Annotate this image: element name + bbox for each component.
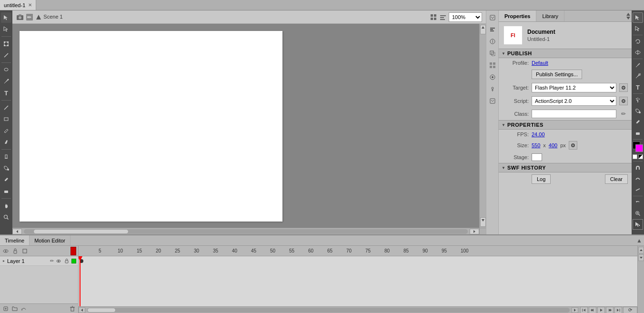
3d-rotate-button[interactable] [633, 47, 643, 58]
frames-scrollbar-h[interactable]: ⟳ [79, 306, 637, 313]
arrow-tool-button[interactable] [633, 12, 643, 23]
swap-colors-button[interactable] [638, 154, 643, 159]
step-back-button[interactable] [589, 307, 596, 313]
frame-outline-icon[interactable] [21, 247, 29, 255]
swf-history-section-header[interactable]: ▼ SWF HISTORY [499, 163, 632, 172]
zoom-tool-button[interactable] [1, 212, 11, 222]
h-scroll-track[interactable] [24, 229, 468, 234]
go-to-end-button[interactable] [614, 307, 622, 313]
zoom-in-button[interactable] [633, 208, 643, 219]
spray-brush-button[interactable] [633, 95, 643, 105]
panel-scroll-control[interactable] [625, 11, 632, 21]
movie-clip-button[interactable] [487, 72, 498, 82]
frames-scroll-track[interactable] [87, 308, 570, 313]
paint-rtool-button[interactable] [633, 106, 643, 116]
play-button[interactable] [597, 307, 605, 313]
tab-close-button[interactable]: ✕ [28, 2, 32, 8]
tl-scroll-down[interactable] [638, 254, 644, 261]
layer-pencil-icon[interactable]: ✏ [50, 258, 54, 263]
tab-motion-editor[interactable]: Motion Editor [30, 235, 70, 245]
properties-section-header[interactable]: ▼ PROPERTIES [499, 120, 632, 130]
tab-properties[interactable]: Properties [499, 10, 536, 21]
lasso-tool-button[interactable] [1, 65, 11, 75]
size-gear-button[interactable]: ⚙ [569, 141, 577, 150]
eyedropper-rtool-button[interactable] [633, 117, 643, 127]
eye-icon[interactable] [2, 247, 10, 255]
canvas-scrollbar-v[interactable] [479, 24, 486, 228]
pen-tool-button[interactable] [1, 76, 11, 87]
anchor-tool-button[interactable] [633, 71, 643, 81]
fill-color-swatch[interactable] [635, 144, 643, 152]
rotate-tool-button[interactable] [633, 36, 643, 47]
motion-presets-button[interactable] [487, 12, 498, 23]
resize-corner[interactable] [479, 228, 486, 235]
reset-colors-button[interactable] [633, 154, 637, 159]
eyedropper-button[interactable] [1, 174, 11, 185]
publish-section-header[interactable]: ▼ PUBLISH [499, 49, 632, 58]
pen-rtool-button[interactable] [633, 60, 643, 71]
playhead[interactable] [80, 256, 80, 306]
clear-button[interactable]: Clear [605, 174, 628, 184]
layer-visibility-icon[interactable] [55, 258, 62, 264]
add-motion-guide-button[interactable] [20, 305, 28, 313]
brush-tool-button[interactable] [1, 137, 11, 147]
class-input[interactable] [532, 110, 616, 118]
playhead-indicator[interactable] [70, 247, 76, 255]
h-scroll-thumb[interactable] [33, 229, 129, 234]
straighten-button[interactable] [633, 184, 643, 195]
loop-button[interactable]: ⟳ [623, 307, 637, 313]
layer-lock-icon[interactable] [63, 258, 70, 264]
size-height[interactable]: 400 [549, 142, 557, 148]
script-select[interactable]: ActionScript 2.0 [532, 96, 616, 106]
canvas-scrollbar-h[interactable] [12, 228, 486, 234]
smooth-button[interactable] [633, 173, 643, 184]
script-gear-button[interactable]: ⚙ [619, 97, 628, 105]
step-forward-button[interactable] [606, 307, 614, 313]
target-gear-button[interactable]: ⚙ [619, 83, 628, 92]
size-width[interactable]: 550 [532, 142, 540, 148]
target-select[interactable]: Flash Player 11.2 [532, 83, 616, 92]
select-tool-button[interactable] [1, 12, 11, 23]
align-icon[interactable] [439, 13, 447, 21]
undo-button[interactable] [633, 197, 643, 208]
text-rtool-button[interactable]: T [633, 82, 643, 92]
stage-canvas[interactable] [20, 31, 282, 222]
free-transform-button[interactable] [1, 39, 11, 49]
timeline-collapse-button[interactable]: ▲ [636, 237, 642, 244]
subselect-tool-button[interactable] [1, 24, 11, 34]
fps-value[interactable]: 24.00 [532, 131, 545, 137]
paint-bucket-button[interactable] [1, 163, 11, 173]
frames-scroll-left[interactable] [79, 307, 85, 313]
rect-tool-button[interactable] [1, 114, 11, 124]
class-edit-button[interactable]: ✏ [619, 110, 628, 118]
tl-scroll-up[interactable] [638, 247, 644, 253]
go-to-start-button[interactable] [580, 307, 588, 313]
frames-scroll-right[interactable] [572, 307, 578, 313]
add-layer-button[interactable] [2, 305, 10, 313]
eraser-rtool-button[interactable] [633, 128, 643, 138]
log-button[interactable]: Log [532, 174, 551, 184]
layer-1-name[interactable]: Layer 1 [7, 258, 49, 264]
gradient-tool-button[interactable] [1, 50, 11, 61]
tab-timeline[interactable]: Timeline [0, 235, 30, 245]
layer-1-row[interactable]: Layer 1 ✏ [0, 256, 78, 266]
tab-library[interactable]: Library [536, 10, 564, 21]
transform-panel-button[interactable] [487, 48, 498, 59]
stage-wrapper[interactable] [12, 24, 479, 228]
zoom-select[interactable]: 100% 50% 200% Fit in Window [449, 12, 482, 22]
frames-track[interactable] [79, 256, 637, 306]
scroll-up-button[interactable] [480, 25, 486, 34]
delete-layer-button[interactable] [69, 305, 76, 313]
lock-icon[interactable] [11, 247, 19, 255]
snap-magnet-button[interactable] [633, 162, 643, 173]
components-panel-button[interactable] [487, 60, 498, 71]
pencil-tool-button[interactable] [1, 125, 11, 136]
scroll-left-button[interactable] [12, 229, 22, 234]
align-panel-button[interactable] [487, 24, 498, 35]
text-tool-button[interactable]: T [1, 88, 11, 98]
add-folder-button[interactable] [11, 305, 19, 313]
eraser-button[interactable] [1, 186, 11, 196]
subselection-arrow-button[interactable] [633, 23, 643, 34]
line-tool-button[interactable] [1, 102, 11, 113]
scroll-down-button[interactable] [480, 217, 486, 227]
